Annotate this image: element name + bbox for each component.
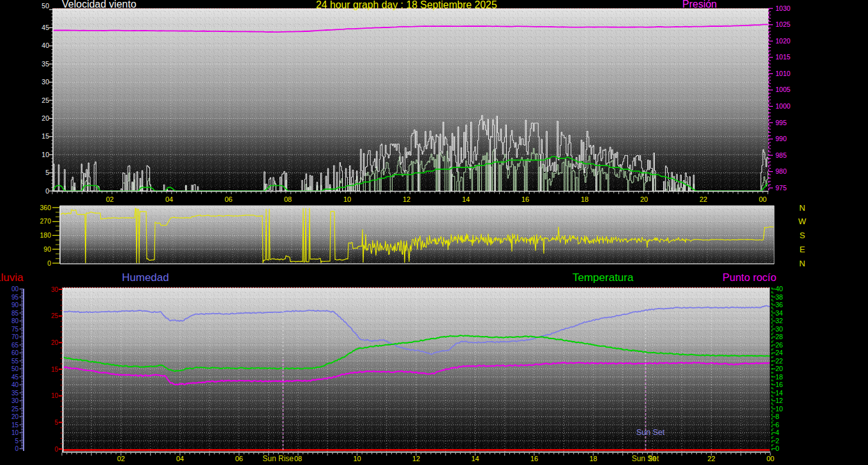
svg-text:45: 45 <box>41 24 49 31</box>
svg-text:S: S <box>800 231 805 240</box>
svg-text:45: 45 <box>11 374 19 381</box>
svg-text:20: 20 <box>51 339 59 346</box>
svg-text:1015: 1015 <box>775 53 791 61</box>
svg-text:90: 90 <box>11 301 19 309</box>
svg-text:20: 20 <box>41 114 49 122</box>
svg-text:30: 30 <box>41 78 49 86</box>
svg-text:34: 34 <box>775 309 783 317</box>
svg-text:30: 30 <box>11 397 19 404</box>
svg-text:980: 980 <box>775 167 787 175</box>
svg-text:0: 0 <box>47 259 51 267</box>
svg-text:16: 16 <box>775 381 783 388</box>
svg-text:0: 0 <box>15 445 19 452</box>
svg-text:06: 06 <box>225 195 232 203</box>
svg-text:08: 08 <box>294 455 302 462</box>
svg-text:995: 995 <box>775 119 787 126</box>
svg-text:0: 0 <box>54 446 58 453</box>
svg-text:00: 00 <box>11 286 19 293</box>
svg-text:0: 0 <box>775 445 779 452</box>
svg-text:22: 22 <box>700 195 707 203</box>
svg-text:25: 25 <box>11 406 19 413</box>
svg-text:32: 32 <box>775 317 783 324</box>
svg-text:70: 70 <box>11 333 19 340</box>
svg-text:08: 08 <box>284 195 292 203</box>
svg-text:22: 22 <box>775 357 783 365</box>
svg-text:Punto rocío: Punto rocío <box>722 271 776 283</box>
svg-text:360: 360 <box>40 204 51 211</box>
svg-text:8: 8 <box>775 413 779 420</box>
svg-text:06: 06 <box>235 455 243 462</box>
svg-text:Presión: Presión <box>682 0 717 10</box>
svg-text:1000: 1000 <box>775 102 791 110</box>
svg-text:1025: 1025 <box>775 20 791 28</box>
svg-text:15: 15 <box>41 132 49 140</box>
svg-text:6: 6 <box>775 421 779 429</box>
svg-text:20: 20 <box>640 195 648 203</box>
svg-text:270: 270 <box>40 217 51 225</box>
svg-text:2: 2 <box>775 437 779 445</box>
svg-text:10: 10 <box>353 455 361 462</box>
svg-text:12: 12 <box>403 195 410 203</box>
svg-text:4: 4 <box>775 429 779 436</box>
svg-text:0: 0 <box>45 187 49 195</box>
svg-text:02: 02 <box>117 455 124 462</box>
svg-text:14: 14 <box>471 455 479 462</box>
svg-text:36: 36 <box>775 301 783 309</box>
svg-text:26: 26 <box>775 341 783 349</box>
svg-text:W: W <box>798 217 807 226</box>
svg-text:N: N <box>799 259 805 268</box>
svg-text:5: 5 <box>15 438 19 445</box>
svg-text:Humedad: Humedad <box>122 271 169 284</box>
svg-text:12: 12 <box>412 455 420 462</box>
svg-text:50: 50 <box>41 2 49 10</box>
svg-text:25: 25 <box>51 312 59 319</box>
svg-text:Sun Set: Sun Set <box>636 428 665 437</box>
svg-text:1005: 1005 <box>775 86 791 93</box>
svg-text:00: 00 <box>767 455 774 462</box>
svg-text:990: 990 <box>775 135 787 142</box>
svg-text:1010: 1010 <box>775 70 791 77</box>
svg-text:18: 18 <box>581 195 588 203</box>
svg-text:Velocidad viento: Velocidad viento <box>62 0 137 10</box>
svg-text:22: 22 <box>707 455 715 462</box>
svg-text:24: 24 <box>775 349 783 356</box>
svg-text:Lluvia: Lluvia <box>0 271 24 284</box>
svg-text:30: 30 <box>51 286 59 293</box>
svg-text:35: 35 <box>11 390 19 397</box>
svg-text:95: 95 <box>11 294 19 301</box>
svg-text:15: 15 <box>11 422 19 429</box>
svg-text:180: 180 <box>40 231 51 239</box>
svg-text:50: 50 <box>11 365 19 372</box>
svg-text:10: 10 <box>41 151 49 158</box>
svg-text:04: 04 <box>176 455 184 462</box>
svg-text:985: 985 <box>775 151 787 159</box>
svg-text:20: 20 <box>775 365 783 372</box>
svg-text:10: 10 <box>343 195 351 203</box>
svg-text:04: 04 <box>165 195 173 203</box>
svg-text:90: 90 <box>43 245 51 253</box>
svg-text:38: 38 <box>775 293 783 301</box>
svg-text:65: 65 <box>11 342 19 349</box>
svg-text:80: 80 <box>11 317 19 324</box>
svg-text:1020: 1020 <box>775 37 791 45</box>
svg-text:10: 10 <box>11 429 19 436</box>
svg-text:Sun Rise: Sun Rise <box>262 454 294 463</box>
svg-text:24 hour graph day : 18 Septiem: 24 hour graph day : 18 Septiembre 2025 <box>316 0 497 10</box>
svg-text:55: 55 <box>11 358 19 365</box>
svg-text:20: 20 <box>11 413 19 420</box>
svg-text:60: 60 <box>11 349 19 356</box>
svg-text:75: 75 <box>11 326 19 333</box>
svg-text:975: 975 <box>775 184 787 192</box>
svg-text:40: 40 <box>41 42 49 49</box>
svg-text:18: 18 <box>775 373 783 381</box>
svg-text:5: 5 <box>45 169 49 176</box>
svg-text:Sun Set: Sun Set <box>632 454 659 463</box>
svg-text:28: 28 <box>775 333 783 340</box>
svg-text:40: 40 <box>775 285 783 293</box>
svg-text:5: 5 <box>54 419 58 426</box>
svg-text:12: 12 <box>775 397 783 404</box>
svg-text:10: 10 <box>51 392 59 399</box>
svg-text:Temperatura: Temperatura <box>572 271 634 284</box>
svg-text:16: 16 <box>530 455 538 462</box>
svg-text:40: 40 <box>11 381 19 388</box>
